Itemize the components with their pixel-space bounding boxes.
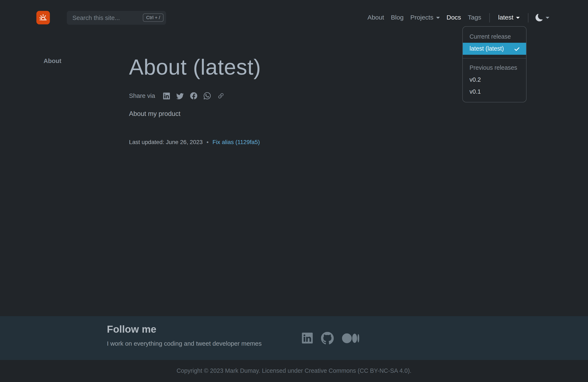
version-dropdown-toggle[interactable]: latest	[495, 14, 523, 21]
moon-icon	[536, 14, 543, 21]
github-icon	[321, 332, 334, 344]
brand-logo[interactable]	[36, 11, 50, 24]
twitter-share-button[interactable]	[176, 92, 184, 100]
nav-item-projects-label: Projects	[410, 14, 433, 21]
page-title: About (latest)	[129, 55, 444, 80]
nav-item-projects[interactable]: Projects	[407, 14, 443, 21]
nav-item-tags[interactable]: Tags	[464, 14, 484, 21]
sunrise-logo-icon	[38, 13, 48, 22]
twitter-icon	[176, 92, 184, 100]
linkedin-share-button[interactable]	[163, 93, 170, 99]
article-body: About my product	[129, 110, 444, 118]
caret-down-icon	[436, 17, 440, 19]
nav-item-about[interactable]: About	[364, 14, 387, 21]
facebook-share-button[interactable]	[190, 92, 197, 100]
footer-social-links	[302, 316, 359, 360]
whatsapp-icon	[204, 92, 211, 100]
copyright-text: Copyright © 2023 Mark Dumay. Licensed un…	[177, 368, 411, 374]
search-shortcut-kbd: Ctrl + /	[143, 13, 164, 22]
nav-divider	[528, 13, 528, 22]
commit-link[interactable]: Fix alias (1129fa5)	[212, 139, 260, 145]
medium-icon	[342, 333, 359, 343]
sidebar-item-about[interactable]: About	[43, 57, 61, 64]
article: About (latest) Share via	[129, 55, 444, 146]
dropdown-header-previous: Previous releases	[463, 62, 526, 74]
linkedin-icon	[302, 333, 313, 343]
footer-tagline: I work on everything coding and tweet de…	[107, 340, 262, 347]
page: Ctrl + / About Blog Projects Docs Tags l…	[0, 0, 588, 382]
footer-text-block: Follow me I work on everything coding an…	[107, 324, 262, 347]
site-search: Ctrl + /	[67, 11, 166, 24]
share-row: Share via	[129, 92, 444, 100]
version-label: latest	[498, 14, 513, 21]
version-item-latest-label: latest (latest)	[470, 45, 504, 52]
copy-link-button[interactable]	[217, 92, 225, 100]
last-updated-text: Last updated: June 26, 2023	[129, 139, 203, 145]
github-profile-link[interactable]	[321, 332, 334, 344]
medium-profile-link[interactable]	[342, 333, 359, 343]
version-dropdown-menu: Current release latest (latest) Previous…	[462, 26, 526, 102]
version-item-v0-1[interactable]: v0.1	[463, 86, 526, 98]
footer-heading: Follow me	[107, 324, 262, 335]
whatsapp-share-button[interactable]	[204, 92, 211, 100]
caret-down-icon	[546, 17, 549, 19]
copyright-bar: Copyright © 2023 Mark Dumay. Licensed un…	[0, 360, 588, 382]
version-item-v0-2[interactable]: v0.2	[463, 74, 526, 86]
dropdown-divider	[463, 58, 526, 59]
article-meta: Last updated: June 26, 2023 • Fix alias …	[129, 139, 444, 145]
dropdown-header-current: Current release	[463, 31, 526, 43]
search-input[interactable]	[72, 14, 143, 22]
facebook-icon	[190, 92, 197, 100]
version-item-latest[interactable]: latest (latest)	[463, 43, 526, 55]
linkedin-profile-link[interactable]	[302, 333, 313, 343]
link-icon	[217, 92, 225, 100]
check-icon	[514, 45, 520, 52]
theme-toggle[interactable]	[533, 14, 552, 21]
share-label: Share via	[129, 92, 155, 100]
linkedin-icon	[163, 93, 170, 99]
nav-item-blog[interactable]: Blog	[387, 14, 407, 21]
meta-bullet: •	[207, 139, 209, 145]
footer: Follow me I work on everything coding an…	[0, 316, 588, 360]
nav-menu: About Blog Projects Docs Tags latest	[364, 13, 552, 22]
caret-down-icon	[516, 17, 520, 19]
nav-divider	[489, 13, 490, 22]
nav-item-docs[interactable]: Docs	[443, 14, 464, 21]
